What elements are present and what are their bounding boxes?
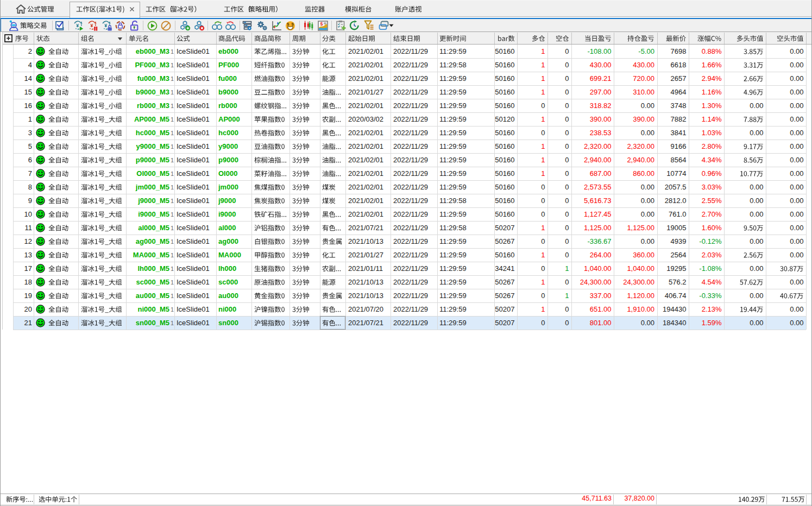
svg-text:$: $ — [320, 21, 323, 27]
svg-text:$: $ — [287, 22, 289, 27]
svg-text:$: $ — [291, 22, 294, 27]
